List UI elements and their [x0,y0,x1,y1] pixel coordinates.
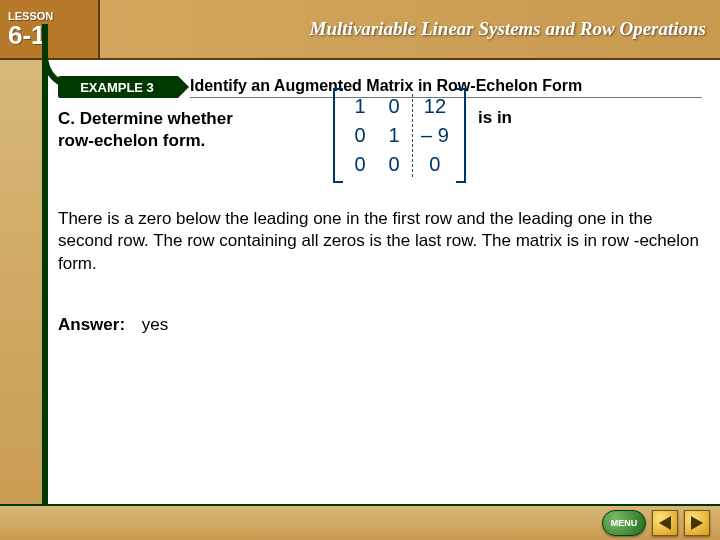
answer-label: Answer: [58,315,125,334]
svg-marker-1 [691,516,703,530]
matrix-cell: 0 [421,150,449,179]
question-lead-left: Determine whether [80,109,233,128]
menu-button[interactable]: MENU [602,510,646,536]
bracket-right-icon [456,88,466,183]
prev-button[interactable] [652,510,678,536]
triangle-left-icon [659,516,671,530]
slide-body: EXAMPLE 3 Identify an Augmented Matrix i… [0,60,720,540]
matrix-cell: 0 [350,150,370,179]
header-band: LESSON 6-1 Multivariable Linear Systems … [0,0,720,60]
slide: LESSON 6-1 Multivariable Linear Systems … [0,0,720,540]
question-trail: row-echelon form. [58,131,205,150]
book-title: Multivariable Linear Systems and Row Ope… [100,0,720,58]
matrix-cell: 1 [350,92,370,121]
footer-bar: MENU [0,504,720,540]
augmented-matrix: 1 0 0 0 1 0 12 – 9 0 [333,88,466,183]
matrix-cell: 12 [421,92,449,121]
left-rail [0,60,42,540]
matrix-cell: 0 [350,121,370,150]
question-part-label: C. [58,109,75,128]
augment-divider [412,94,413,177]
matrix-col-1: 1 0 0 [343,88,377,183]
question-lead-right: is in [478,108,512,128]
bracket-left-icon [333,88,343,183]
answer-row: Answer: yes [58,315,702,335]
matrix-cell: 0 [384,92,404,121]
content-area: EXAMPLE 3 Identify an Augmented Matrix i… [58,76,702,494]
rail-line [42,60,48,540]
example-badge: EXAMPLE 3 [58,76,178,98]
svg-marker-0 [659,516,671,530]
next-button[interactable] [684,510,710,536]
answer-value: yes [142,315,168,334]
matrix-cell: 1 [384,121,404,150]
matrix-cell: – 9 [421,121,449,150]
matrix-cell: 0 [384,150,404,179]
triangle-right-icon [691,516,703,530]
matrix-col-2: 0 1 0 [377,88,411,183]
matrix-col-aug: 12 – 9 0 [414,88,456,183]
explanation-text: There is a zero below the leading one in… [58,208,702,274]
question-lead: C. Determine whether row-echelon form. [58,108,233,151]
